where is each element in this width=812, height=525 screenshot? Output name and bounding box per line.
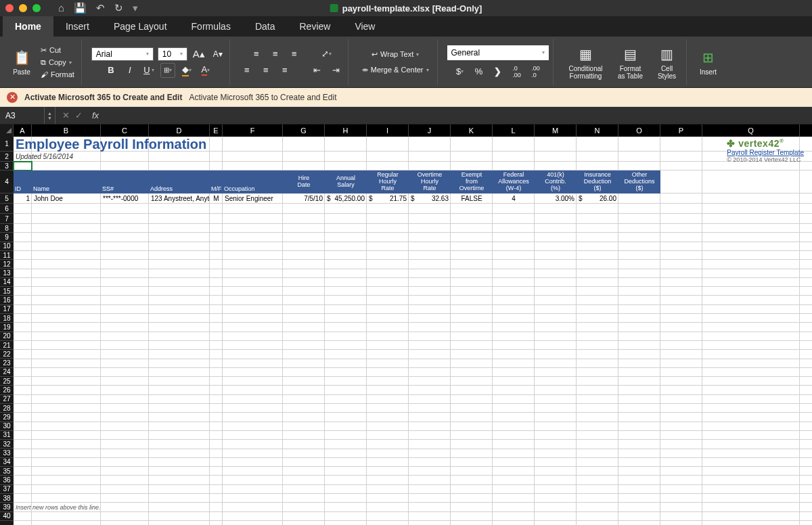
row-header-34[interactable]: 34 — [0, 458, 14, 467]
row-header-32[interactable]: 32 — [0, 440, 14, 449]
align-center-icon[interactable]: ≡ — [258, 63, 273, 78]
row-header-23[interactable]: 23 — [0, 359, 14, 367]
tab-data[interactable]: Data — [243, 16, 288, 37]
column-header-I[interactable]: I — [367, 124, 409, 137]
column-header-K[interactable]: K — [451, 124, 493, 137]
data-r5-money-7[interactable]: $45,250.00 — [325, 193, 367, 204]
header-address[interactable]: Address — [149, 170, 210, 193]
align-right-icon[interactable]: ≡ — [277, 63, 292, 78]
activation-close-button[interactable]: ✕ — [7, 92, 18, 103]
header-exempt-from-overtime[interactable]: ExemptfromOvertime — [451, 170, 493, 193]
merge-center-button[interactable]: ⤄Merge & Center▾ — [358, 63, 433, 77]
decrease-indent-icon[interactable]: ⇤ — [310, 63, 325, 78]
font-size-dropdown[interactable]: 10▾ — [158, 47, 187, 61]
home-icon[interactable]: ⌂ — [58, 2, 64, 14]
row-header-28[interactable]: 28 — [0, 404, 14, 413]
zoom-window-button[interactable] — [32, 4, 41, 12]
updated-date[interactable]: Updated 5/16/2014 — [14, 152, 149, 162]
data-r5-c2[interactable]: ***-***-0000 — [101, 193, 149, 204]
selected-cell-a3[interactable] — [14, 162, 32, 170]
qat-dropdown-icon[interactable]: ▾ — [133, 2, 138, 14]
data-r5-money-13[interactable]: $26.00 — [577, 193, 618, 204]
row-header-6[interactable]: 6 — [0, 204, 14, 214]
formula-input[interactable] — [102, 107, 812, 124]
format-painter-button[interactable]: 🖌Format — [38, 70, 77, 79]
sheet-title[interactable]: Employee Payroll Information — [14, 137, 420, 152]
data-r5-c11[interactable]: 4 — [493, 193, 535, 204]
header-regular-hourly-rate[interactable]: RegularHourlyRate — [367, 170, 409, 193]
fill-color-button[interactable]: ◆▾ — [179, 63, 194, 78]
row-header-22[interactable]: 22 — [0, 350, 14, 359]
row-header-19[interactable]: 19 — [0, 323, 14, 332]
header-other-deductions-[interactable]: OtherDeductions($) — [618, 170, 660, 193]
underline-button[interactable]: U▾ — [141, 63, 156, 78]
select-all-corner[interactable] — [0, 124, 14, 137]
copy-button[interactable]: ⧉Copy▾ — [38, 58, 77, 68]
row-header-36[interactable]: 36 — [0, 476, 14, 484]
row-header-16[interactable]: 16 — [0, 296, 14, 304]
row-header-13[interactable]: 13 — [0, 269, 14, 277]
row-header-40[interactable]: 40 — [0, 512, 14, 521]
cells-area[interactable]: Employee Payroll InformationUpdated 5/16… — [14, 137, 812, 525]
data-r5-c14[interactable] — [618, 193, 660, 204]
cell-styles-button[interactable]: ▥Cell Styles — [652, 43, 682, 81]
row-header-25[interactable]: 25 — [0, 377, 14, 386]
redo-icon[interactable]: ↻ — [114, 2, 123, 14]
row-header-7[interactable]: 7 — [0, 214, 14, 224]
column-header-L[interactable]: L — [493, 124, 535, 137]
column-header-M[interactable]: M — [535, 124, 577, 137]
align-bottom-icon[interactable]: ≡ — [287, 47, 302, 62]
tab-view[interactable]: View — [342, 16, 387, 37]
column-header-H[interactable]: H — [325, 124, 367, 137]
data-r5-money-9[interactable]: $32.63 — [409, 193, 451, 204]
column-header-P[interactable]: P — [660, 124, 702, 137]
header-hire-date[interactable]: HireDate — [283, 170, 325, 193]
row-header-4[interactable]: 4 — [0, 170, 14, 193]
column-header-C[interactable]: C — [101, 124, 149, 137]
header-401-k-contrib-[interactable]: 401(k)Contrib.(%) — [535, 170, 577, 193]
data-r5-money-8[interactable]: $21.75 — [367, 193, 409, 204]
currency-icon[interactable]: $▾ — [453, 64, 468, 79]
column-header-J[interactable]: J — [409, 124, 451, 137]
row-header-3[interactable]: 3 — [0, 162, 14, 170]
row-header-37[interactable]: 37 — [0, 485, 14, 494]
row-header-9[interactable]: 9 — [0, 233, 14, 242]
row-header-33[interactable]: 33 — [0, 449, 14, 457]
column-header-E[interactable]: E — [210, 124, 223, 137]
undo-icon[interactable]: ↶ — [96, 2, 105, 14]
column-header-F[interactable]: F — [223, 124, 283, 137]
comma-icon[interactable]: ❯ — [491, 64, 505, 79]
tab-home[interactable]: Home — [3, 16, 53, 37]
borders-button[interactable]: ⊞▾ — [160, 63, 175, 78]
column-header-D[interactable]: D — [149, 124, 210, 137]
tab-insert[interactable]: Insert — [53, 16, 102, 37]
data-r5-c5[interactable]: Senior Engineer — [223, 193, 283, 204]
row-header-10[interactable]: 10 — [0, 242, 14, 251]
align-top-icon[interactable]: ≡ — [249, 47, 264, 62]
percent-icon[interactable]: % — [472, 64, 487, 79]
header-annual-salary[interactable]: AnnualSalary — [325, 170, 367, 193]
data-r5-c6[interactable]: 7/5/10 — [283, 193, 325, 204]
header-m-f[interactable]: M/F — [210, 170, 223, 193]
row-header-11[interactable]: 11 — [0, 251, 14, 260]
row-header-17[interactable]: 17 — [0, 305, 14, 314]
column-header-G[interactable]: G — [283, 124, 325, 137]
row-header-24[interactable]: 24 — [0, 368, 14, 377]
column-header-A[interactable]: A — [14, 124, 32, 137]
row-header-27[interactable]: 27 — [0, 395, 14, 404]
spreadsheet-grid[interactable]: ABCDEFGHIJKLMNOPQ 1234567891011121314151… — [0, 124, 812, 525]
data-r5-c1[interactable]: John Doe — [32, 193, 101, 204]
row-header-5[interactable]: 5 — [0, 193, 14, 204]
increase-decimal-icon[interactable]: .0.00 — [510, 64, 524, 79]
header-name[interactable]: Name — [32, 170, 101, 193]
format-as-table-button[interactable]: ▤Format as Table — [613, 43, 648, 81]
row-header-21[interactable]: 21 — [0, 341, 14, 350]
header-insurance-deduction-[interactable]: InsuranceDeduction($) — [577, 170, 618, 193]
data-r5-c0[interactable]: 1 — [14, 193, 32, 204]
number-format-dropdown[interactable]: General▾ — [447, 45, 549, 60]
data-r5-c3[interactable]: 123 Anystreet, Anytown — [149, 193, 210, 204]
row-header-1[interactable]: 1 — [0, 137, 14, 152]
tab-formulas[interactable]: Formulas — [179, 16, 243, 37]
cut-button[interactable]: ✂Cut — [38, 45, 77, 55]
row-header-38[interactable]: 38 — [0, 494, 14, 503]
